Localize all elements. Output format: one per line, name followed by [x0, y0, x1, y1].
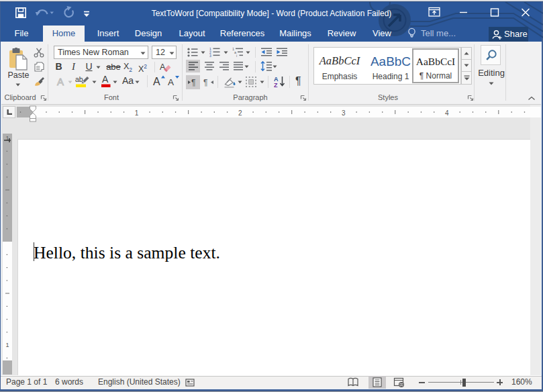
svg-text:i: i [236, 54, 237, 57]
svg-text:3: 3 [209, 54, 211, 57]
svg-text:A: A [168, 77, 174, 87]
svg-text:¶: ¶ [191, 78, 195, 87]
svg-text:A: A [57, 76, 64, 87]
svg-text:4: 4 [445, 109, 449, 117]
svg-text:ab: ab [75, 75, 83, 83]
svg-text:Z: Z [274, 82, 278, 88]
svg-text:2: 2 [238, 109, 242, 117]
svg-text:A: A [102, 74, 109, 85]
svg-text:1: 1 [135, 109, 139, 117]
svg-text:3: 3 [342, 109, 346, 117]
svg-text:A: A [153, 76, 160, 87]
svg-text:¶: ¶ [203, 78, 207, 87]
svg-text:1: 1 [5, 342, 9, 348]
